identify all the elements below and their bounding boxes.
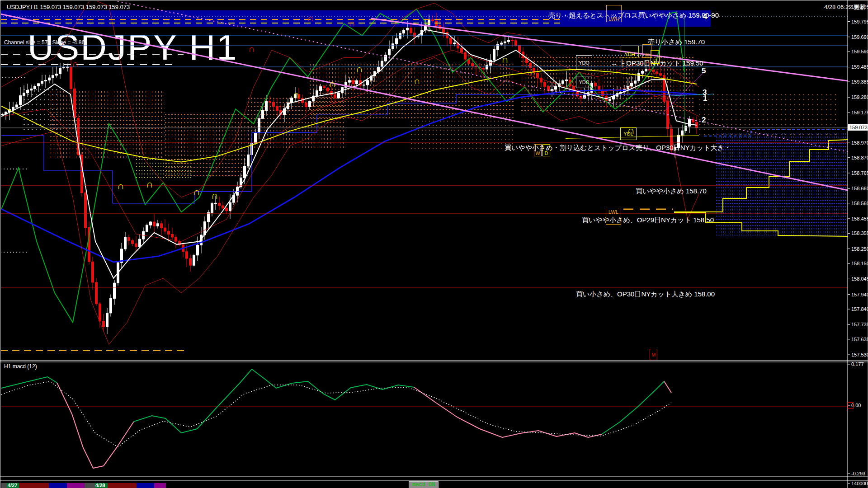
reversal-arc-symbol: ∩ (117, 181, 124, 191)
session-ribbon-segment (49, 483, 67, 488)
price-axis-tick: 157.735 (851, 322, 868, 327)
future-blue-step (704, 130, 848, 136)
price-axis-tick: 158.765 (851, 170, 868, 176)
channel-info-label: Channel size = 578 Slope = -4.86 (4, 39, 85, 46)
macd-signal-line (1, 381, 671, 447)
box-lwl: LWL (606, 209, 621, 225)
signal-circle-symbol: ○ (653, 70, 656, 76)
reversal-arc-symbol: ∩ (349, 19, 355, 28)
box-ydh: YDH (621, 46, 639, 57)
price-axis-tick: 159.485 (851, 64, 868, 70)
price-axis-tick: 159.795 (851, 19, 868, 24)
reversal-arc-symbol: ∩ (356, 64, 363, 74)
price-axis-tick: 158.660 (851, 186, 868, 191)
chart-window[interactable]: USDJPY,H1 159.073 159.073 159.073 159.07… (0, 0, 868, 488)
wave-count-label: 1 (703, 94, 707, 103)
reversal-arc-symbol: ∩ (248, 44, 255, 53)
reversal-arc-symbol: ∩ (501, 55, 509, 65)
price-axis-tick: 157.940 (851, 292, 868, 297)
note-buy-15800: 買い小さめ、OP30日NYカット大きめ 158.00 (576, 290, 715, 299)
note-sell-15970: 売り小さめ 159.70 (648, 38, 705, 47)
price-axis-tick: 158.560 (851, 201, 868, 206)
wave-count-label: 2 (702, 116, 706, 125)
reversal-arc-symbol: ∩ (329, 79, 336, 89)
price-axis-tick: 159.385 (851, 79, 868, 84)
price-axis-tick: 158.150 (851, 261, 868, 266)
indicator-axis-tick: 140000 (851, 481, 868, 486)
wave-count-label: 5 (702, 66, 706, 75)
reversal-arc-symbol: ∩ (292, 90, 300, 100)
price-axis-tick: 159.590 (851, 49, 868, 54)
reversal-arc-symbol: ∩ (414, 76, 420, 85)
reversal-arc-symbol: ∩ (211, 191, 218, 201)
session-ribbon-segment (154, 483, 166, 488)
signal-circle-symbol: ○ (660, 95, 664, 101)
price-axis-tick: 159.280 (851, 94, 868, 100)
box-w-upper: W (642, 44, 651, 58)
box-d-lower: D (542, 144, 550, 156)
env-red-upper (1, 0, 699, 197)
box-ydc: YDC (576, 76, 592, 88)
price-axis-tick: 157.635 (851, 337, 868, 342)
session-ribbon-segment (137, 483, 154, 488)
indicator-axis-tick: 0.177 (851, 361, 864, 367)
price-chart-canvas[interactable] (0, 0, 868, 488)
price-axis-tick: 158.455 (851, 216, 868, 221)
price-axis-tick: 158.045 (851, 276, 868, 282)
reversal-arc-symbol: ∩ (193, 187, 200, 197)
update-timestamp: 4/28 06:22 更新 (824, 3, 865, 11)
session-ribbon-segment (19, 483, 49, 488)
box-ydo: YDO (576, 55, 592, 70)
macd-indicator-label: H1 macd (12) (4, 363, 37, 370)
reversal-arc-symbol: ∩ (663, 93, 670, 103)
signal-circle-symbol: ○ (663, 108, 667, 114)
box-w-lower: W (534, 144, 542, 156)
env-red-lower (1, 57, 699, 344)
reversal-arc-symbol: ∩ (72, 59, 78, 68)
price-axis-tick: 158.870 (851, 155, 868, 160)
price-axis-tick: 157.840 (851, 306, 868, 312)
box-lwh: LWH (606, 5, 622, 22)
current-price-tag: 159.073 (848, 124, 868, 131)
indicator-axis-tick: -0.293 (851, 471, 865, 476)
reversal-arc-symbol: ∩ (146, 179, 153, 189)
box-m: M (650, 349, 657, 360)
wave-count-label: 4 (703, 12, 707, 21)
session-ribbon-segment (1, 483, 7, 488)
price-axis-tick: 159.175 (851, 110, 868, 115)
box-d-upper: D (651, 50, 660, 64)
price-axis-tick: 159.690 (851, 34, 868, 40)
price-axis-tick: 158.970 (851, 140, 868, 145)
note-buy-15870: 買いやや小さめ 158.70 (636, 187, 707, 196)
macd-zero-marker (848, 402, 854, 409)
reversal-arc-symbol: ∩ (627, 125, 635, 136)
session-ribbon-segment (108, 483, 137, 488)
session-date-label: 4/27 (8, 483, 17, 488)
ma-blue (1, 90, 697, 262)
price-axis-tick: 157.530 (851, 352, 868, 357)
chart-title: USDJPY,H1 159.073 159.073 159.073 159.07… (7, 4, 130, 10)
note-buy-15850: 買いやや小さめ、OP29日NYカット 158.50 (582, 216, 714, 225)
note-sell-15980-90: 売り・超えるとストップロス買いやや小さめ 159.80-90 (548, 11, 719, 20)
session-ribbon-segment (67, 483, 85, 488)
session-date-label: 4/28 (95, 483, 105, 488)
reversal-arc-symbol: ∩ (307, 14, 313, 23)
macd-toggle-button[interactable]: macd ON (409, 481, 439, 488)
note-op30-15950: — — ↔ ├ OP30日NYカット 159.50 (594, 59, 703, 68)
price-axis-tick: 158.355 (851, 230, 868, 236)
price-axis-tick: 158.250 (851, 246, 868, 252)
session-ribbon-segment (85, 483, 95, 488)
